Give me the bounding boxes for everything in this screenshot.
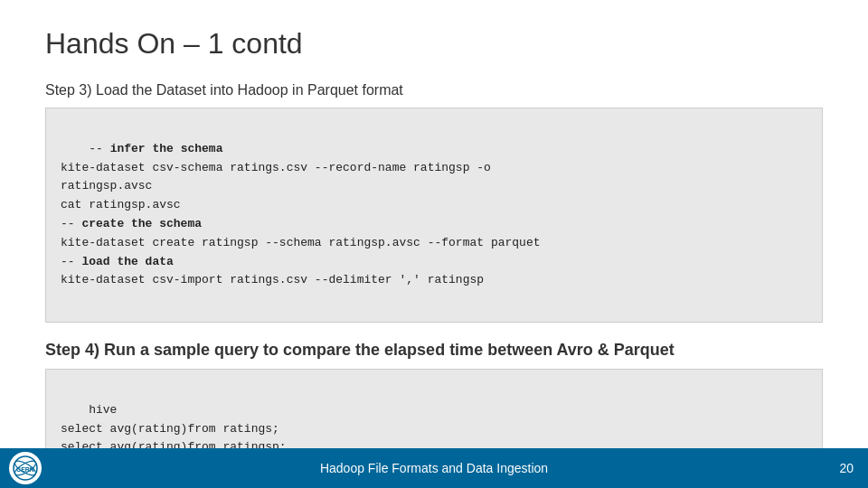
cern-logo: CERN [9, 452, 42, 484]
cern-logo-svg: CERN [12, 455, 39, 482]
code-line-1: -- infer the schema kite-dataset csv-sch… [61, 142, 541, 287]
step3-code-block: -- infer the schema kite-dataset csv-sch… [45, 108, 823, 323]
step3-label: Step 3) Load the Dataset into Hadoop in … [45, 82, 823, 99]
step4-code-lines: hive select avg(rating)from ratings; sel… [61, 403, 287, 455]
main-content: Hands On – 1 contd Step 3) Load the Data… [0, 0, 868, 488]
svg-text:CERN: CERN [16, 466, 34, 473]
slide-title: Hands On – 1 contd [45, 27, 823, 61]
footer-page-number: 20 [826, 461, 854, 475]
footer: CERN Hadoop File Formats and Data Ingest… [0, 448, 868, 488]
step4-label: Step 4) Run a sample query to compare th… [45, 341, 823, 360]
footer-title: Hadoop File Formats and Data Ingestion [42, 461, 826, 475]
